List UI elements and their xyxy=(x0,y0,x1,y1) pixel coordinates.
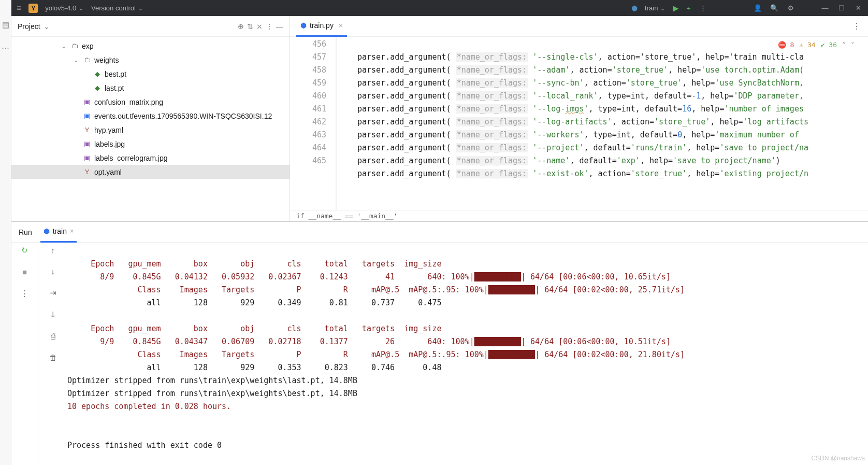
window-close-icon[interactable]: ✕ xyxy=(853,4,863,12)
error-count: ⛔ 8 xyxy=(778,41,794,49)
run-options-icon[interactable]: ⋮ xyxy=(21,289,28,298)
run-tool-title: Run xyxy=(19,228,32,236)
collapse-all-icon[interactable]: ⤫ xyxy=(256,22,263,31)
run-toolbar-right: ↑ ↓ ⇥ ⤓ ⎙ 🗑 xyxy=(38,243,67,465)
run-tool-window: Run ⬢ train × ↻ ■ ⋮ ↑ ↓ ⇥ ⤓ ⎙ 🗑 Epoch xyxy=(11,221,868,465)
left-activity-bar: ▤ ⋯ xyxy=(0,0,11,465)
more-actions-icon[interactable]: ⋮ xyxy=(698,4,707,12)
project-selector[interactable]: yolov5-4.0 xyxy=(45,4,84,12)
python-icon: ⬢ xyxy=(631,4,638,12)
next-highlight-icon[interactable]: ˅ xyxy=(851,41,855,49)
window-minimize-icon[interactable]: — xyxy=(820,4,830,12)
window-maximize-icon[interactable]: ☐ xyxy=(837,4,846,12)
inspection-widget[interactable]: ⛔ 8 ⚠ 34 ✔ 36 ˄ ˅ xyxy=(775,40,858,50)
watermark: CSDN @nanshaws xyxy=(811,455,865,462)
project-tree[interactable]: ⌄🗀exp ⌄🗀weights ◆best.pt ◆last.pt ▣confu… xyxy=(11,37,290,221)
vcs-selector[interactable]: Version control xyxy=(91,4,143,12)
run-config-selector[interactable]: train xyxy=(645,4,666,12)
tree-file-best[interactable]: ◆best.pt xyxy=(11,67,290,81)
rerun-icon[interactable]: ↻ xyxy=(21,246,28,255)
run-tab-train[interactable]: ⬢ train × xyxy=(40,222,77,243)
clear-icon[interactable]: 🗑 xyxy=(49,353,57,362)
tree-file-confusion-matrix[interactable]: ▣confusion_matrix.png xyxy=(11,95,290,109)
prev-highlight-icon[interactable]: ˄ xyxy=(842,41,846,49)
run-tabs: Run ⬢ train × xyxy=(11,222,868,243)
project-tool-icon[interactable]: ▤ xyxy=(2,21,10,29)
run-toolbar-left: ↻ ■ ⋮ xyxy=(11,243,38,465)
down-stack-icon[interactable]: ↓ xyxy=(51,267,55,276)
editor-more-icon[interactable]: ⋮ xyxy=(852,21,868,31)
soft-wrap-icon[interactable]: ⇥ xyxy=(50,288,56,298)
project-panel-header: Project ⌄ ⊕ ⇅ ⤫ ⋮ — xyxy=(11,16,290,37)
tree-file-hyp[interactable]: Yhyp.yaml xyxy=(11,123,290,137)
warning-count: ⚠ 34 xyxy=(799,41,815,49)
structure-tool-icon[interactable]: ⋯ xyxy=(2,44,10,52)
hide-panel-icon[interactable]: — xyxy=(276,22,283,31)
editor-tab-train[interactable]: ⬢ train.py × xyxy=(296,16,347,37)
editor-breadcrumb[interactable]: if __name__ == '__main__' xyxy=(290,210,868,221)
line-gutter: 456457458459460461462463464465 xyxy=(290,37,337,221)
python-file-icon: ⬢ xyxy=(300,21,307,30)
project-panel-title: Project xyxy=(18,22,40,31)
python-icon: ⬢ xyxy=(44,227,50,235)
panel-options-icon[interactable]: ⋮ xyxy=(266,22,273,31)
tree-file-opt[interactable]: Yopt.yaml xyxy=(11,165,290,179)
scroll-to-end-icon[interactable]: ⤓ xyxy=(50,310,56,319)
close-run-tab-icon[interactable]: × xyxy=(70,228,74,235)
search-everywhere-icon[interactable]: 🔍 xyxy=(770,4,779,12)
titlebar: ≡ Y yolov5-4.0 Version control ⬢ train ▶… xyxy=(11,0,868,16)
locate-icon[interactable]: ⊕ xyxy=(238,22,244,31)
tree-file-last[interactable]: ◆last.pt xyxy=(11,81,290,95)
tree-folder-weights[interactable]: ⌄🗀weights xyxy=(11,53,290,67)
expand-all-icon[interactable]: ⇅ xyxy=(247,22,253,31)
run-icon[interactable]: ▶ xyxy=(673,4,679,13)
project-badge: Y xyxy=(28,4,38,13)
main-menu-icon[interactable]: ≡ xyxy=(17,4,21,13)
project-panel: Project ⌄ ⊕ ⇅ ⤫ ⋮ — ⌄🗀exp ⌄🗀weights ◆bes… xyxy=(11,16,290,221)
code-with-me-icon[interactable]: 👤 xyxy=(753,4,762,12)
debug-icon[interactable]: ⌁ xyxy=(686,4,691,13)
settings-icon[interactable]: ⚙ xyxy=(786,4,795,12)
tree-folder-exp[interactable]: ⌄🗀exp xyxy=(11,39,290,53)
tree-file-labels[interactable]: ▣labels.jpg xyxy=(11,137,290,151)
tree-file-events[interactable]: ▣events.out.tfevents.1709565390.WIN-TSQC… xyxy=(11,109,290,123)
editor-tabs: ⬢ train.py × ⋮ xyxy=(290,16,868,37)
editor-panel: ⬢ train.py × ⋮ ⛔ 8 ⚠ 34 ✔ 36 ˄ ˅ 4564574… xyxy=(290,16,868,221)
check-count: ✔ 36 xyxy=(821,41,837,49)
close-tab-icon[interactable]: × xyxy=(339,22,343,30)
stop-icon[interactable]: ■ xyxy=(22,267,27,276)
code-area[interactable]: parser.add_argument( *name_or_flags: '--… xyxy=(337,37,868,221)
up-stack-icon[interactable]: ↑ xyxy=(51,246,55,255)
tree-file-labels-correlogram[interactable]: ▣labels_correlogram.jpg xyxy=(11,151,290,165)
console-output[interactable]: Epoch gpu_mem box obj cls total targets … xyxy=(67,243,868,465)
print-icon[interactable]: ⎙ xyxy=(51,332,55,341)
editor-body[interactable]: ⛔ 8 ⚠ 34 ✔ 36 ˄ ˅ 4564574584594604614624… xyxy=(290,37,868,221)
